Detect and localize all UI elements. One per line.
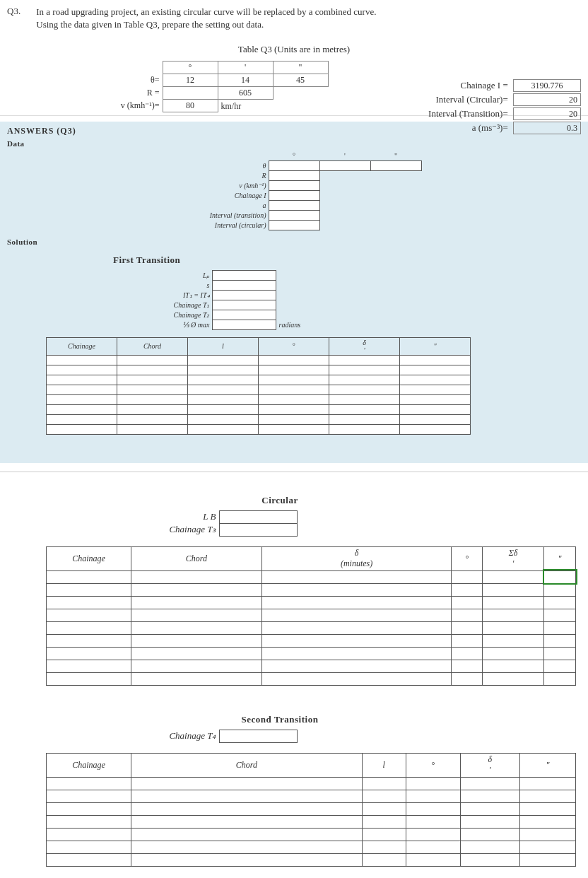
table-cell[interactable] bbox=[400, 375, 471, 385]
table-cell[interactable] bbox=[482, 570, 543, 583]
table-cell[interactable] bbox=[261, 660, 452, 672]
table-cell[interactable] bbox=[406, 828, 460, 841]
table-cell[interactable] bbox=[47, 365, 117, 375]
it-value[interactable] bbox=[212, 290, 276, 300]
interval-circ-input[interactable]: 20 bbox=[513, 93, 581, 106]
table-cell[interactable] bbox=[131, 828, 363, 841]
table-cell[interactable] bbox=[452, 609, 482, 621]
table-cell[interactable] bbox=[117, 404, 188, 414]
table-cell[interactable] bbox=[362, 802, 406, 815]
data-ci[interactable] bbox=[269, 190, 319, 200]
table-cell[interactable] bbox=[117, 385, 188, 394]
table-cell[interactable] bbox=[400, 355, 471, 365]
table-cell[interactable] bbox=[261, 570, 452, 583]
table-cell[interactable] bbox=[400, 414, 471, 424]
table-cell[interactable] bbox=[261, 647, 452, 660]
table-cell[interactable] bbox=[47, 583, 131, 596]
table-cell[interactable] bbox=[329, 385, 400, 394]
table-cell[interactable] bbox=[362, 828, 406, 841]
table-cell[interactable] bbox=[117, 355, 188, 365]
data-ic[interactable] bbox=[269, 220, 319, 230]
table-cell[interactable] bbox=[329, 355, 400, 365]
table-cell[interactable] bbox=[47, 841, 131, 853]
table-cell[interactable] bbox=[259, 394, 329, 404]
table-cell[interactable] bbox=[259, 424, 329, 434]
table-cell[interactable] bbox=[329, 365, 400, 375]
table-cell[interactable] bbox=[460, 853, 519, 866]
table-cell[interactable] bbox=[131, 853, 363, 866]
table-cell[interactable] bbox=[259, 414, 329, 424]
table-cell[interactable] bbox=[47, 672, 131, 685]
ct4-value[interactable] bbox=[219, 730, 297, 742]
table-cell[interactable] bbox=[131, 647, 262, 660]
data-theta-sec[interactable] bbox=[370, 160, 421, 170]
table-cell[interactable] bbox=[544, 596, 576, 609]
table-cell[interactable] bbox=[460, 802, 519, 815]
table-cell[interactable] bbox=[47, 634, 131, 647]
theta-deg-input[interactable]: 12 bbox=[163, 74, 218, 87]
table-cell[interactable] bbox=[452, 570, 482, 583]
table-cell[interactable] bbox=[452, 647, 482, 660]
table-cell[interactable] bbox=[131, 672, 262, 685]
table-cell[interactable] bbox=[47, 853, 131, 866]
table-cell[interactable] bbox=[261, 634, 452, 647]
table-cell[interactable] bbox=[362, 841, 406, 853]
table-cell[interactable] bbox=[362, 777, 406, 790]
table-cell[interactable] bbox=[452, 634, 482, 647]
table-cell[interactable] bbox=[452, 621, 482, 634]
table-cell[interactable] bbox=[482, 647, 543, 660]
table-cell[interactable] bbox=[519, 802, 575, 815]
table-cell[interactable] bbox=[544, 583, 576, 596]
table-cell[interactable] bbox=[519, 841, 575, 853]
table-cell[interactable] bbox=[452, 583, 482, 596]
table-cell[interactable] bbox=[188, 394, 259, 404]
chainage-i-input[interactable]: 3190.776 bbox=[513, 79, 581, 92]
table-cell[interactable] bbox=[131, 841, 363, 853]
table-cell[interactable] bbox=[47, 414, 117, 424]
interval-trans-input[interactable]: 20 bbox=[513, 107, 581, 120]
table-cell[interactable] bbox=[261, 583, 452, 596]
table-cell[interactable] bbox=[259, 404, 329, 414]
lp-value[interactable] bbox=[212, 270, 276, 280]
table-cell[interactable] bbox=[482, 660, 543, 672]
table-cell[interactable] bbox=[544, 660, 576, 672]
table-cell[interactable] bbox=[131, 790, 363, 802]
table-cell[interactable] bbox=[452, 672, 482, 685]
lb-value[interactable] bbox=[219, 510, 297, 523]
table-cell[interactable] bbox=[47, 385, 117, 394]
table-cell[interactable] bbox=[47, 777, 131, 790]
table-cell[interactable] bbox=[131, 621, 262, 634]
table-cell[interactable] bbox=[544, 647, 576, 660]
table-cell[interactable] bbox=[188, 414, 259, 424]
table-cell[interactable] bbox=[131, 815, 363, 828]
selected-cell[interactable] bbox=[544, 570, 576, 583]
table-cell[interactable] bbox=[544, 621, 576, 634]
table-cell[interactable] bbox=[47, 355, 117, 365]
table-cell[interactable] bbox=[117, 394, 188, 404]
theta-sec-input[interactable]: 45 bbox=[273, 74, 328, 87]
table-cell[interactable] bbox=[117, 414, 188, 424]
table-cell[interactable] bbox=[261, 609, 452, 621]
table-cell[interactable] bbox=[329, 424, 400, 434]
table-cell[interactable] bbox=[452, 660, 482, 672]
data-theta-min[interactable] bbox=[319, 160, 370, 170]
table-cell[interactable] bbox=[482, 672, 543, 685]
table-cell[interactable] bbox=[519, 853, 575, 866]
table-cell[interactable] bbox=[261, 672, 452, 685]
table-cell[interactable] bbox=[47, 828, 131, 841]
table-cell[interactable] bbox=[261, 596, 452, 609]
table-cell[interactable] bbox=[519, 790, 575, 802]
table-cell[interactable] bbox=[131, 802, 363, 815]
table-cell[interactable] bbox=[188, 365, 259, 375]
a-input[interactable]: 0.3 bbox=[513, 122, 581, 134]
table-cell[interactable] bbox=[131, 634, 262, 647]
v-input[interactable]: 80 bbox=[163, 100, 218, 112]
table-cell[interactable] bbox=[406, 777, 460, 790]
ct3-value[interactable] bbox=[219, 523, 297, 536]
table-cell[interactable] bbox=[519, 777, 575, 790]
table-cell[interactable] bbox=[406, 802, 460, 815]
table-cell[interactable] bbox=[400, 404, 471, 414]
table-cell[interactable] bbox=[188, 424, 259, 434]
table-cell[interactable] bbox=[188, 375, 259, 385]
table-cell[interactable] bbox=[482, 621, 543, 634]
